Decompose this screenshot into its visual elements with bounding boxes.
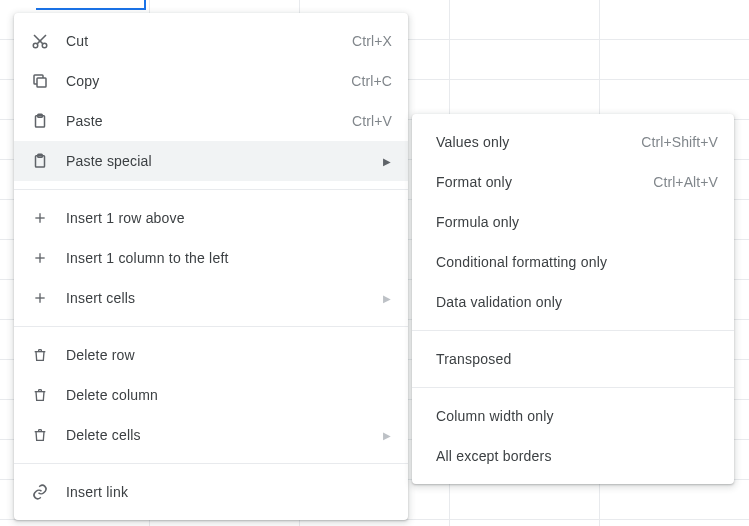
submenu-item-all-except-borders[interactable]: All except borders (412, 436, 734, 476)
menu-item-label: Cut (66, 33, 352, 49)
menu-item-insert-column-left[interactable]: Insert 1 column to the left (14, 238, 408, 278)
menu-item-label: Data validation only (436, 294, 718, 310)
menu-item-label: Delete column (66, 387, 392, 403)
trash-icon (30, 425, 50, 445)
menu-item-insert-row-above[interactable]: Insert 1 row above (14, 198, 408, 238)
menu-item-paste-special[interactable]: Paste special ▶ (14, 141, 408, 181)
menu-item-label: Column width only (436, 408, 718, 424)
menu-item-shortcut: Ctrl+Shift+V (641, 134, 718, 150)
menu-divider (412, 387, 734, 388)
menu-item-label: Copy (66, 73, 351, 89)
menu-divider (14, 326, 408, 327)
menu-item-label: Insert link (66, 484, 392, 500)
svg-point-1 (42, 43, 47, 48)
trash-icon (30, 345, 50, 365)
svg-point-0 (33, 43, 38, 48)
paste-icon (30, 151, 50, 171)
menu-item-paste[interactable]: Paste Ctrl+V (14, 101, 408, 141)
menu-item-delete-column[interactable]: Delete column (14, 375, 408, 415)
menu-item-delete-row[interactable]: Delete row (14, 335, 408, 375)
menu-item-label: Insert cells (66, 290, 374, 306)
submenu-item-column-width-only[interactable]: Column width only (412, 396, 734, 436)
menu-item-label: Paste (66, 113, 352, 129)
menu-item-label: Conditional formatting only (436, 254, 718, 270)
menu-item-label: Values only (436, 134, 641, 150)
submenu-item-formula-only[interactable]: Formula only (412, 202, 734, 242)
submenu-item-data-validation-only[interactable]: Data validation only (412, 282, 734, 322)
menu-item-copy[interactable]: Copy Ctrl+C (14, 61, 408, 101)
menu-item-shortcut: Ctrl+C (351, 73, 392, 89)
menu-divider (14, 463, 408, 464)
chevron-right-icon: ▶ (382, 156, 392, 167)
menu-item-label: All except borders (436, 448, 718, 464)
plus-icon (30, 208, 50, 228)
menu-item-label: Transposed (436, 351, 718, 367)
chevron-right-icon: ▶ (382, 430, 392, 441)
submenu-item-format-only[interactable]: Format only Ctrl+Alt+V (412, 162, 734, 202)
plus-icon (30, 248, 50, 268)
menu-item-shortcut: Ctrl+Alt+V (653, 174, 718, 190)
menu-item-label: Formula only (436, 214, 718, 230)
cut-icon (30, 31, 50, 51)
chevron-right-icon: ▶ (382, 293, 392, 304)
link-icon (30, 482, 50, 502)
submenu-item-values-only[interactable]: Values only Ctrl+Shift+V (412, 122, 734, 162)
context-menu: Cut Ctrl+X Copy Ctrl+C Paste Ctrl+V (14, 13, 408, 520)
trash-icon (30, 385, 50, 405)
menu-item-shortcut: Ctrl+V (352, 113, 392, 129)
submenu-item-transposed[interactable]: Transposed (412, 339, 734, 379)
submenu-item-conditional-formatting-only[interactable]: Conditional formatting only (412, 242, 734, 282)
menu-item-label: Insert 1 row above (66, 210, 392, 226)
menu-item-shortcut: Ctrl+X (352, 33, 392, 49)
paste-special-submenu: Values only Ctrl+Shift+V Format only Ctr… (412, 114, 734, 484)
menu-item-insert-link[interactable]: Insert link (14, 472, 408, 512)
menu-item-label: Format only (436, 174, 653, 190)
menu-item-cut[interactable]: Cut Ctrl+X (14, 21, 408, 61)
copy-icon (30, 71, 50, 91)
menu-item-insert-cells[interactable]: Insert cells ▶ (14, 278, 408, 318)
paste-icon (30, 111, 50, 131)
plus-icon (30, 288, 50, 308)
menu-divider (14, 189, 408, 190)
menu-item-label: Insert 1 column to the left (66, 250, 392, 266)
menu-item-label: Delete cells (66, 427, 374, 443)
menu-item-delete-cells[interactable]: Delete cells ▶ (14, 415, 408, 455)
menu-divider (412, 330, 734, 331)
menu-item-label: Paste special (66, 153, 374, 169)
menu-item-label: Delete row (66, 347, 392, 363)
svg-rect-4 (37, 78, 46, 87)
